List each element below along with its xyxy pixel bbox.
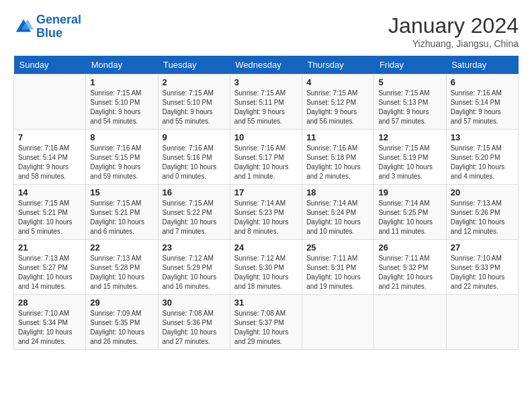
day-number: 19 bbox=[378, 187, 441, 197]
day-info: Sunrise: 7:13 AMSunset: 5:28 PMDaylight:… bbox=[90, 254, 153, 291]
calendar-cell: 5Sunrise: 7:15 AMSunset: 5:13 PMDaylight… bbox=[374, 75, 446, 130]
day-number: 27 bbox=[451, 242, 514, 253]
calendar-cell: 11Sunrise: 7:16 AMSunset: 5:18 PMDayligh… bbox=[302, 130, 374, 185]
calendar-cell bbox=[374, 295, 446, 350]
day-info: Sunrise: 7:14 AMSunset: 5:25 PMDaylight:… bbox=[378, 199, 441, 236]
calendar-week-4: 21Sunrise: 7:13 AMSunset: 5:27 PMDayligh… bbox=[14, 240, 519, 295]
day-number: 1 bbox=[90, 77, 153, 87]
calendar-cell bbox=[446, 295, 518, 350]
weekday-saturday: Saturday bbox=[446, 56, 518, 75]
calendar-cell: 15Sunrise: 7:15 AMSunset: 5:21 PMDayligh… bbox=[86, 185, 158, 240]
calendar-cell: 30Sunrise: 7:08 AMSunset: 5:36 PMDayligh… bbox=[158, 295, 230, 350]
day-info: Sunrise: 7:16 AMSunset: 5:17 PMDaylight:… bbox=[234, 144, 298, 181]
day-number: 11 bbox=[306, 132, 369, 142]
day-info: Sunrise: 7:15 AMSunset: 5:10 PMDaylight:… bbox=[163, 89, 226, 126]
day-info: Sunrise: 7:16 AMSunset: 5:18 PMDaylight:… bbox=[306, 144, 369, 181]
calendar-cell: 16Sunrise: 7:15 AMSunset: 5:22 PMDayligh… bbox=[158, 185, 230, 240]
day-number: 12 bbox=[378, 132, 441, 142]
month-title: January 2024 bbox=[388, 13, 519, 38]
day-number: 26 bbox=[378, 242, 441, 253]
page-header: General Blue January 2024 Yizhuang, Jian… bbox=[13, 13, 519, 49]
day-info: Sunrise: 7:13 AMSunset: 5:27 PMDaylight:… bbox=[18, 254, 81, 291]
calendar-cell: 24Sunrise: 7:12 AMSunset: 5:30 PMDayligh… bbox=[230, 240, 302, 295]
day-number: 4 bbox=[306, 77, 369, 87]
day-number: 15 bbox=[90, 187, 153, 197]
calendar-cell: 12Sunrise: 7:15 AMSunset: 5:19 PMDayligh… bbox=[374, 130, 446, 185]
day-number: 25 bbox=[306, 242, 369, 253]
calendar-week-2: 7Sunrise: 7:16 AMSunset: 5:14 PMDaylight… bbox=[14, 130, 519, 185]
calendar-cell: 19Sunrise: 7:14 AMSunset: 5:25 PMDayligh… bbox=[374, 185, 446, 240]
day-info: Sunrise: 7:10 AMSunset: 5:34 PMDaylight:… bbox=[18, 309, 81, 347]
day-number: 9 bbox=[163, 132, 226, 142]
calendar-cell bbox=[14, 75, 86, 130]
day-info: Sunrise: 7:16 AMSunset: 5:15 PMDaylight:… bbox=[90, 144, 153, 181]
day-info: Sunrise: 7:15 AMSunset: 5:13 PMDaylight:… bbox=[378, 89, 441, 126]
day-number: 6 bbox=[451, 77, 514, 87]
calendar-cell: 31Sunrise: 7:08 AMSunset: 5:37 PMDayligh… bbox=[230, 295, 302, 350]
day-info: Sunrise: 7:15 AMSunset: 5:12 PMDaylight:… bbox=[306, 89, 369, 126]
weekday-monday: Monday bbox=[86, 56, 158, 75]
calendar-body: 1Sunrise: 7:15 AMSunset: 5:10 PMDaylight… bbox=[14, 75, 519, 350]
day-info: Sunrise: 7:15 AMSunset: 5:21 PMDaylight:… bbox=[90, 199, 153, 236]
day-number: 7 bbox=[18, 132, 81, 142]
weekday-tuesday: Tuesday bbox=[158, 56, 230, 75]
day-number: 23 bbox=[163, 242, 226, 253]
calendar-cell: 6Sunrise: 7:16 AMSunset: 5:14 PMDaylight… bbox=[446, 75, 518, 130]
day-number: 5 bbox=[378, 77, 441, 87]
day-info: Sunrise: 7:09 AMSunset: 5:35 PMDaylight:… bbox=[90, 309, 153, 347]
weekday-sunday: Sunday bbox=[14, 56, 86, 75]
calendar-cell: 27Sunrise: 7:10 AMSunset: 5:33 PMDayligh… bbox=[446, 240, 518, 295]
day-info: Sunrise: 7:16 AMSunset: 5:16 PMDaylight:… bbox=[163, 144, 226, 181]
day-info: Sunrise: 7:14 AMSunset: 5:24 PMDaylight:… bbox=[306, 199, 369, 236]
day-info: Sunrise: 7:12 AMSunset: 5:30 PMDaylight:… bbox=[234, 254, 298, 291]
day-info: Sunrise: 7:15 AMSunset: 5:19 PMDaylight:… bbox=[378, 144, 441, 181]
day-info: Sunrise: 7:14 AMSunset: 5:23 PMDaylight:… bbox=[234, 199, 298, 236]
day-info: Sunrise: 7:15 AMSunset: 5:11 PMDaylight:… bbox=[234, 89, 298, 126]
day-number: 28 bbox=[18, 298, 81, 308]
calendar-cell: 22Sunrise: 7:13 AMSunset: 5:28 PMDayligh… bbox=[86, 240, 158, 295]
weekday-wednesday: Wednesday bbox=[230, 56, 302, 75]
weekday-thursday: Thursday bbox=[302, 56, 374, 75]
day-info: Sunrise: 7:15 AMSunset: 5:21 PMDaylight:… bbox=[18, 199, 81, 236]
day-info: Sunrise: 7:15 AMSunset: 5:22 PMDaylight:… bbox=[163, 199, 226, 236]
day-info: Sunrise: 7:11 AMSunset: 5:32 PMDaylight:… bbox=[378, 254, 441, 291]
day-info: Sunrise: 7:08 AMSunset: 5:37 PMDaylight:… bbox=[234, 309, 298, 347]
day-number: 21 bbox=[18, 242, 81, 253]
calendar-cell: 9Sunrise: 7:16 AMSunset: 5:16 PMDaylight… bbox=[158, 130, 230, 185]
day-info: Sunrise: 7:12 AMSunset: 5:29 PMDaylight:… bbox=[163, 254, 226, 291]
day-info: Sunrise: 7:16 AMSunset: 5:14 PMDaylight:… bbox=[451, 89, 514, 126]
day-number: 29 bbox=[90, 298, 153, 308]
calendar-cell: 7Sunrise: 7:16 AMSunset: 5:14 PMDaylight… bbox=[14, 130, 86, 185]
day-info: Sunrise: 7:15 AMSunset: 5:20 PMDaylight:… bbox=[451, 144, 514, 181]
weekday-friday: Friday bbox=[374, 56, 446, 75]
calendar-cell: 13Sunrise: 7:15 AMSunset: 5:20 PMDayligh… bbox=[446, 130, 518, 185]
logo-icon bbox=[13, 17, 34, 37]
calendar-table: SundayMondayTuesdayWednesdayThursdayFrid… bbox=[13, 56, 519, 350]
day-info: Sunrise: 7:15 AMSunset: 5:10 PMDaylight:… bbox=[90, 89, 153, 126]
day-number: 24 bbox=[234, 242, 298, 253]
day-number: 13 bbox=[451, 132, 514, 142]
day-number: 31 bbox=[234, 298, 298, 308]
calendar-cell: 2Sunrise: 7:15 AMSunset: 5:10 PMDaylight… bbox=[158, 75, 230, 130]
calendar-week-1: 1Sunrise: 7:15 AMSunset: 5:10 PMDaylight… bbox=[14, 75, 519, 130]
day-number: 20 bbox=[451, 187, 514, 197]
day-number: 10 bbox=[234, 132, 298, 142]
day-info: Sunrise: 7:16 AMSunset: 5:14 PMDaylight:… bbox=[18, 144, 81, 181]
day-number: 22 bbox=[90, 242, 153, 253]
calendar-cell: 29Sunrise: 7:09 AMSunset: 5:35 PMDayligh… bbox=[86, 295, 158, 350]
logo-text: General Blue bbox=[36, 13, 81, 40]
calendar-header: SundayMondayTuesdayWednesdayThursdayFrid… bbox=[14, 56, 519, 75]
calendar-cell: 1Sunrise: 7:15 AMSunset: 5:10 PMDaylight… bbox=[86, 75, 158, 130]
calendar-cell: 20Sunrise: 7:13 AMSunset: 5:26 PMDayligh… bbox=[446, 185, 518, 240]
calendar-cell: 23Sunrise: 7:12 AMSunset: 5:29 PMDayligh… bbox=[158, 240, 230, 295]
logo: General Blue bbox=[13, 13, 81, 40]
day-number: 30 bbox=[163, 298, 226, 308]
day-number: 17 bbox=[234, 187, 298, 197]
day-number: 8 bbox=[90, 132, 153, 142]
calendar-cell: 26Sunrise: 7:11 AMSunset: 5:32 PMDayligh… bbox=[374, 240, 446, 295]
day-number: 16 bbox=[163, 187, 226, 197]
calendar-week-3: 14Sunrise: 7:15 AMSunset: 5:21 PMDayligh… bbox=[14, 185, 519, 240]
day-number: 2 bbox=[163, 77, 226, 87]
calendar-cell: 8Sunrise: 7:16 AMSunset: 5:15 PMDaylight… bbox=[86, 130, 158, 185]
calendar-cell: 14Sunrise: 7:15 AMSunset: 5:21 PMDayligh… bbox=[14, 185, 86, 240]
